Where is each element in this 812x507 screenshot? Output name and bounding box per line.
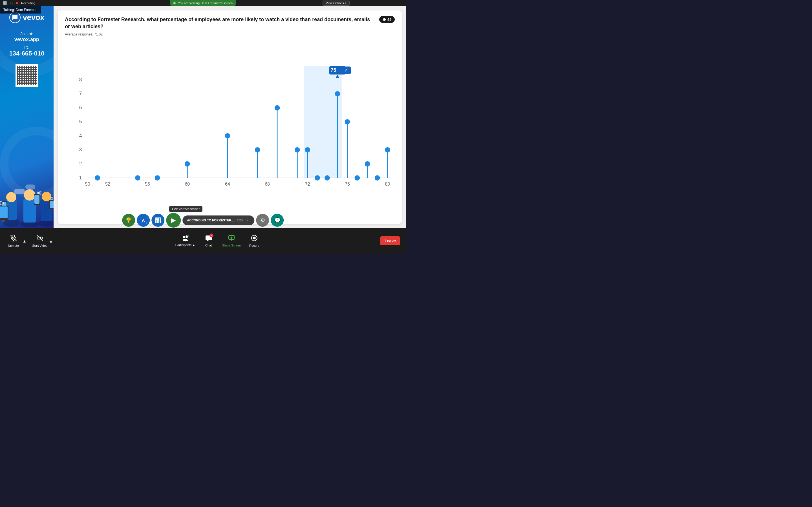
unmute-more-button[interactable]: ▲ <box>22 238 27 243</box>
shield-icon: 🛡 <box>10 1 13 5</box>
svg-point-84 <box>365 161 370 167</box>
svg-text:76: 76 <box>345 181 350 186</box>
join-at-label: Join at: <box>9 32 45 36</box>
video-more-button[interactable]: ▲ <box>49 238 53 243</box>
question-header: According to Forrester Research, what pe… <box>65 16 395 30</box>
trophy-button[interactable]: 🏆 <box>122 214 135 227</box>
svg-point-86 <box>375 175 380 181</box>
svg-text:50: 50 <box>85 181 90 186</box>
question-card: According to Forrester Research, what pe… <box>58 10 402 224</box>
svg-point-65 <box>295 147 300 153</box>
svg-text:68: 68 <box>265 181 270 186</box>
viewing-banner: You are viewing Dom Freeman's screen <box>170 0 236 6</box>
recording-label: Recording <box>21 1 35 5</box>
svg-point-22 <box>2 220 4 222</box>
svg-text:))): ))) <box>50 197 53 200</box>
sidebar: vevox Join at: vevox.app ID: 134-665-010 <box>0 6 54 228</box>
svg-text:56: 56 <box>145 181 150 186</box>
share-screen-button[interactable]: Share Screen <box>222 235 241 247</box>
svg-text:4: 4 <box>79 133 82 138</box>
svg-point-51 <box>95 175 100 181</box>
share-screen-label: Share Screen <box>222 244 241 247</box>
svg-text:2: 2 <box>79 161 82 167</box>
participant-badge: ⊕ 44 <box>379 16 395 23</box>
chart-button[interactable]: 📊 <box>151 214 164 227</box>
settings-button[interactable]: ⚙ <box>256 214 269 227</box>
svg-point-78 <box>335 91 340 97</box>
unmute-label: Unmute <box>8 244 19 247</box>
more-icon[interactable]: ⋮ <box>246 218 250 223</box>
recording-dot <box>16 2 18 4</box>
grid-icon: ⊕ <box>383 17 386 22</box>
view-options-button[interactable]: View Options ▾ <box>322 1 350 6</box>
svg-point-71 <box>324 175 330 181</box>
viewing-label: You are viewing Dom Freeman's screen <box>178 1 233 5</box>
svg-point-53 <box>135 175 140 181</box>
svg-rect-23 <box>304 66 342 178</box>
now-playing-bar: ACCORDING TO FORRESTER... 4/28 ⋮ <box>183 216 254 225</box>
id-value: 134-665-010 <box>9 50 45 57</box>
join-section: Join at: vevox.app ID: 134-665-010 <box>9 32 45 57</box>
chart-svg: 1 2 3 4 5 6 7 8 50 52 56 <box>65 39 395 218</box>
share-screen-icon <box>228 235 235 242</box>
svg-text:80: 80 <box>385 181 390 186</box>
participants-icon: 68 <box>182 235 189 242</box>
record-button[interactable]: Record <box>246 235 262 247</box>
svg-point-63 <box>274 105 280 111</box>
chat-label: Chat <box>205 244 212 247</box>
svg-point-57 <box>185 161 190 167</box>
start-video-button[interactable]: Start Video <box>32 235 48 247</box>
svg-point-82 <box>354 175 360 181</box>
svg-rect-21 <box>0 207 8 218</box>
svg-point-55 <box>155 175 160 181</box>
vevox-logo-text: vevox <box>23 13 45 22</box>
chat-badge: 3 <box>209 233 213 237</box>
info-icon: ℹ️ <box>3 1 7 5</box>
chat-button[interactable]: 3 Chat <box>201 235 216 247</box>
participants-count: 68 <box>186 235 189 238</box>
svg-text:6: 6 <box>79 105 82 111</box>
qr-code <box>15 64 38 87</box>
chart-area: According to Forrester Research, what pe… <box>54 6 406 228</box>
text-size-button[interactable]: A+ <box>137 214 150 227</box>
microphone-icon <box>10 235 17 243</box>
participant-count: 44 <box>388 17 391 22</box>
id-label: ID: <box>9 45 45 50</box>
chevron-down-icon: ▾ <box>345 2 347 4</box>
svg-text:75: 75 <box>331 67 336 73</box>
unmute-button[interactable]: Unmute <box>6 235 21 247</box>
svg-point-61 <box>255 147 260 153</box>
leave-button[interactable]: Leave <box>380 236 400 245</box>
svg-rect-19 <box>26 184 35 189</box>
participants-arrow: ▲ <box>192 243 195 246</box>
svg-point-80 <box>345 119 350 125</box>
record-label: Record <box>249 244 259 247</box>
now-playing-title: ACCORDING TO FORRESTER... <box>187 219 234 222</box>
svg-text:1: 1 <box>79 175 82 180</box>
svg-point-88 <box>385 147 390 153</box>
record-icon <box>251 235 258 243</box>
svg-text:)))): )))) <box>0 201 4 205</box>
question-text: According to Forrester Research, what pe… <box>65 16 375 30</box>
view-options-label: View Options <box>326 1 344 5</box>
svg-text:7: 7 <box>79 91 82 97</box>
vevox-toolbar: 🏆 A+ 📊 ▶ ACCORDING TO FORRESTER... 4/28 … <box>122 213 284 228</box>
participants-label: Participants <box>175 243 192 247</box>
next-button[interactable]: ▶ <box>166 213 181 228</box>
svg-point-95 <box>253 237 255 239</box>
svg-rect-18 <box>14 189 26 194</box>
svg-rect-16 <box>50 201 54 208</box>
chat-icon: 3 <box>205 235 212 242</box>
join-url: vevox.app <box>9 37 45 43</box>
average-response: Average response: 71.02 <box>65 33 395 36</box>
bottom-bar: Unmute ▲ Start Video ▲ <box>0 228 406 253</box>
participants-button[interactable]: 68 Participants ▲ <box>175 235 195 247</box>
svg-text:)))): )))) <box>37 191 41 194</box>
svg-point-8 <box>24 189 35 201</box>
svg-point-14 <box>42 192 51 202</box>
chart-container: 1 2 3 4 5 6 7 8 50 52 56 <box>65 39 395 218</box>
bottom-right-controls: Leave <box>380 236 400 245</box>
bottom-left-controls: Unmute ▲ Start Video ▲ <box>6 235 57 247</box>
svg-text:3: 3 <box>79 147 82 153</box>
chat-vevox-button[interactable]: 💬 <box>271 214 284 227</box>
